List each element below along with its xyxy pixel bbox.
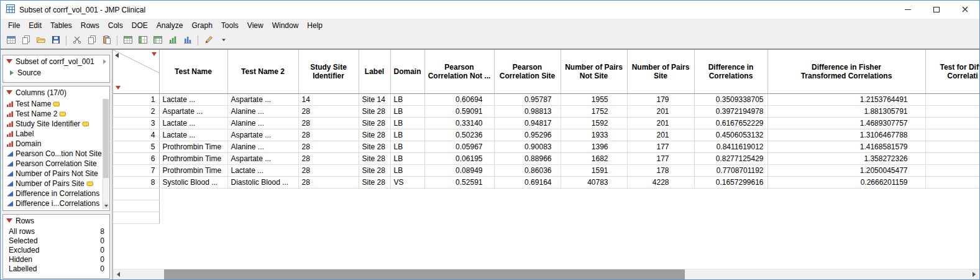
table-cell[interactable]: 1933 [561, 129, 627, 141]
table-cell[interactable]: LB [390, 153, 424, 165]
cut-button[interactable] [70, 34, 84, 47]
column-header[interactable]: Domain [390, 50, 424, 94]
column-item[interactable]: Label [3, 129, 102, 139]
table-cell[interactable]: Aspartate ... [227, 94, 298, 106]
table-cell[interactable]: 1.358272326 [767, 153, 925, 165]
table-cell[interactable]: 1.2050045477 [767, 165, 925, 177]
scroll-down-button[interactable] [103, 202, 109, 209]
rows-menu-icon[interactable] [116, 86, 121, 90]
table-cell[interactable]: 0.50236 [424, 129, 494, 141]
table-cell[interactable]: Site 28 [359, 141, 390, 153]
menu-item-doe[interactable]: DOE [127, 19, 152, 32]
column-header[interactable]: Test Name [159, 50, 227, 94]
table-cell[interactable]: Lactate ... [159, 118, 227, 129]
table-cell[interactable]: 14 [298, 94, 359, 106]
table-cell[interactable]: Lactate ... [227, 165, 298, 177]
panel-collapse-icon[interactable] [103, 59, 106, 64]
save-button[interactable] [48, 34, 63, 47]
summary-button[interactable] [121, 34, 135, 47]
paste-button[interactable] [99, 34, 114, 47]
column-item[interactable]: Pearson Correlation Site [3, 159, 102, 169]
formula-button[interactable] [201, 34, 216, 47]
table-cell[interactable]: 28 [298, 118, 359, 129]
table-cell[interactable]: 28 [298, 177, 359, 189]
new-journal-button[interactable] [19, 34, 33, 47]
table-cell[interactable]: Aspartate ... [159, 106, 227, 118]
table-cell[interactable]: 1955 [561, 94, 627, 106]
join-button[interactable] [150, 34, 165, 47]
column-item[interactable]: Difference in Correlations [3, 189, 102, 198]
column-header[interactable]: Pearson Correlation Site [494, 50, 561, 94]
column-header[interactable]: Number of Pairs Site [627, 50, 694, 94]
table-cell[interactable]: 40783 [561, 177, 627, 189]
table-cell[interactable]: 177 [627, 141, 694, 153]
column-item[interactable]: Number of Pairs Not Site [3, 169, 102, 179]
columns-scrollbar[interactable] [103, 99, 109, 209]
table-cell[interactable]: 0.1657299616 [694, 177, 767, 189]
minimize-button[interactable] [894, 1, 922, 19]
table-cell[interactable]: Lactate ... [159, 129, 227, 141]
scroll-left-button[interactable] [113, 269, 124, 279]
table-cell[interactable]: 0.3972194978 [694, 106, 767, 118]
column-header[interactable]: Difference in Correlations [694, 50, 767, 94]
column-header[interactable]: Test Name 2 [227, 50, 298, 94]
scrollbar-track[interactable] [124, 269, 969, 279]
red-triangle-menu-icon[interactable] [6, 218, 12, 223]
table-cell[interactable]: 1.2153764491 [767, 94, 925, 106]
table-cell[interactable]: 0.94817 [494, 118, 561, 129]
columns-panel-header[interactable]: Columns (17/0) [3, 86, 109, 98]
rows-stat[interactable]: Excluded0 [3, 245, 109, 254]
row-number[interactable]: 5 [113, 141, 159, 153]
row-number[interactable]: 8 [113, 177, 159, 189]
table-cell[interactable]: Alanine ... [227, 118, 298, 129]
close-button[interactable] [951, 1, 979, 19]
table-cell[interactable]: Site 28 [359, 106, 390, 118]
menu-item-rows[interactable]: Rows [76, 19, 104, 32]
row-number[interactable] [113, 189, 159, 200]
table-cell[interactable]: 201 [627, 106, 694, 118]
menu-item-help[interactable]: Help [303, 19, 327, 32]
table-cell[interactable]: Prothrombin Time [159, 165, 227, 177]
toolbar-overflow-button[interactable] [216, 34, 231, 47]
table-cell[interactable]: 1.881305791 [767, 106, 925, 118]
table-cell[interactable]: 28 [298, 153, 359, 165]
menu-item-view[interactable]: View [243, 19, 268, 32]
menu-item-graph[interactable]: Graph [187, 19, 216, 32]
scrollbar-thumb[interactable] [164, 269, 685, 279]
table-panel-header[interactable]: Subset of corrf_vol_001 [3, 55, 109, 67]
graph-button[interactable] [180, 34, 195, 47]
new-data-table-button[interactable] [4, 34, 18, 47]
column-item[interactable]: Pearson Co...tion Not Site [3, 149, 102, 159]
table-cell[interactable]: 0.52591 [424, 177, 494, 189]
menu-item-analyze[interactable]: Analyze [152, 19, 188, 32]
table-cell[interactable]: 177 [627, 153, 694, 165]
table-cell[interactable]: 1591 [561, 165, 627, 177]
column-item[interactable]: Test Name [3, 99, 102, 109]
table-cell[interactable]: 0.60694 [424, 94, 494, 106]
row-number[interactable]: 1 [113, 94, 159, 106]
table-cell[interactable]: 1396 [561, 141, 627, 153]
table-cell[interactable]: Aspartate ... [227, 153, 298, 165]
table-cell[interactable]: Alanine ... [227, 106, 298, 118]
menu-item-window[interactable]: Window [268, 19, 303, 32]
sort-button[interactable] [165, 34, 180, 47]
table-cell[interactable]: 28 [298, 106, 359, 118]
table-cell[interactable]: Site 14 [359, 94, 390, 106]
rows-stat[interactable]: Selected0 [3, 236, 109, 245]
table-cell[interactable]: 0.4506053132 [694, 129, 767, 141]
menu-item-tools[interactable]: Tools [217, 19, 243, 32]
disclosure-icon[interactable] [10, 70, 14, 75]
table-cell[interactable]: 0.6167652229 [694, 118, 767, 129]
column-item[interactable]: Domain [3, 139, 102, 149]
row-number[interactable] [113, 212, 159, 224]
row-number[interactable]: 3 [113, 118, 159, 129]
column-item[interactable]: Number of Pairs Site [3, 179, 102, 189]
rows-panel-header[interactable]: Rows [3, 215, 109, 226]
table-cell[interactable]: Systolic Blood ... [159, 177, 227, 189]
red-triangle-menu-icon[interactable] [6, 90, 12, 95]
row-number[interactable]: 7 [113, 165, 159, 177]
menu-item-cols[interactable]: Cols [104, 19, 127, 32]
table-cell[interactable]: 0.86036 [494, 165, 561, 177]
row-number[interactable]: 6 [113, 153, 159, 165]
sidebar-collapse-icon[interactable] [115, 53, 119, 58]
